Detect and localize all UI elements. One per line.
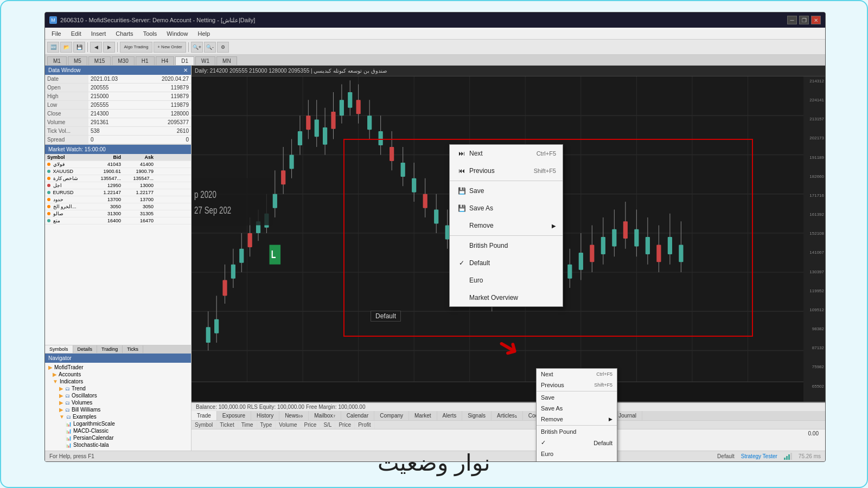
bottom-tab-alerts[interactable]: Alerts [437,411,463,420]
bottom-tab-company[interactable]: Company [374,411,409,420]
nav-mofit[interactable]: ▶MofidTrader [46,364,190,371]
tab-w1[interactable]: W1 [195,56,215,65]
tab-m1[interactable]: M1 [47,56,67,65]
bottom-tab-journal[interactable]: Journal [613,411,642,420]
ctx-sm-euro[interactable]: Euro [537,448,617,459]
tab-h1[interactable]: H1 [136,56,155,65]
menu-bar: File Edit Insert Charts Tools Window Hel… [45,28,825,40]
nav-bill-williams[interactable]: ▶🗂Bill Williams [46,406,190,413]
navigator-title: Navigator [48,355,72,361]
menu-charts[interactable]: Charts [111,29,137,38]
bottom-tab-exposure[interactable]: Exposure [217,411,251,420]
mw-tab-ticks[interactable]: Ticks [123,345,143,353]
ctx-sm-save-as[interactable]: Save As [537,403,617,414]
toolbar-fwd[interactable]: ▶ [103,42,115,53]
market-watch-row[interactable]: متع 16400 16470 [45,217,191,224]
strategy-tester-status[interactable]: Strategy Tester [741,453,777,459]
toolbar-neworder[interactable]: + New Order [154,42,186,53]
nav-volumes[interactable]: ▶🗂Volumes [46,399,190,406]
nav-stoch[interactable]: 📊Stochastic-tala [46,441,190,448]
market-watch-row[interactable]: اجل 12950 13000 [45,182,191,189]
menu-tools[interactable]: Tools [139,29,162,38]
restore-button[interactable]: ❐ [799,16,809,24]
toolbar-new[interactable]: 🆕 [47,42,59,53]
menu-window[interactable]: Window [162,29,192,38]
market-watch-row[interactable]: EURUSD 1.22147 1.22177 [45,189,191,196]
nav-persian-cal[interactable]: 📊PersianCalendar [46,434,190,441]
svg-rect-42 [298,131,302,145]
menu-insert[interactable]: Insert [87,29,111,38]
mw-tab-trading[interactable]: Trading [97,345,123,353]
ctx-market-overview[interactable]: Market Overview [450,289,563,306]
minimize-button[interactable]: ─ [787,16,797,24]
ctx-british-pound[interactable]: British Pound [450,237,563,254]
mw-tab-details[interactable]: Details [73,345,98,353]
nav-oscillators[interactable]: ▶🗂Oscillators [46,392,190,399]
navigator-tree: ▶MofidTrader ▶Accounts ▼Indicators ▶🗂Tre… [45,363,191,454]
timeframe-tabs: M1 M5 M15 M30 H1 H4 D1 W1 MN [45,55,825,66]
market-watch-row[interactable]: حدود 13700 13700 [45,196,191,203]
nav-trend[interactable]: ▶🗂Trend [46,385,190,392]
ctx-save[interactable]: 💾 Save [450,182,563,200]
tab-h4[interactable]: H4 [156,56,175,65]
context-menu-large: ⏭ Next Ctrl+F5 ⏮ Previous Shift+F5 💾 [449,144,563,307]
ctx-sm-default[interactable]: ✓ Default [537,437,617,448]
tab-m15[interactable]: M15 [88,56,111,65]
ctx-previous[interactable]: ⏮ Previous Shift+F5 [450,162,563,179]
ctx-save-as[interactable]: 💾 Save As [450,200,563,217]
bottom-tab-mailbox[interactable]: Mailbox₇ [309,411,341,420]
market-watch-row[interactable]: صالو 31300 31305 [45,210,191,217]
ctx-default[interactable]: ✓ Default [450,254,563,272]
ctx-sm-remove[interactable]: Remove ▶ [537,414,617,425]
market-watch-row[interactable]: شاخص كارة 135547... 135547... [45,175,191,182]
bottom-tab-calendar[interactable]: Calendar [341,411,375,420]
axis-val-7: 171716 [805,193,824,198]
svg-rect-22 [214,319,219,333]
mw-tab-symbols[interactable]: Symbols [45,345,73,353]
toolbar-algo[interactable]: Algo Trading [120,42,152,53]
toolbar-open[interactable]: 📂 [60,42,72,53]
nav-examples[interactable]: ▼🗂Examples [46,413,190,420]
bottom-tab-articles[interactable]: Articles₁ [492,411,523,420]
ctx-sm-previous[interactable]: Previous Shift+F5 [537,380,617,390]
ctx-sm-next-label: Next [541,371,553,377]
toolbar-save[interactable]: 💾 [73,42,85,53]
toolbar-props[interactable]: ⚙ [217,42,229,53]
toolbar-zoom-out[interactable]: 🔍- [204,42,216,53]
nav-indicators[interactable]: ▼Indicators [46,378,190,385]
market-watch-row[interactable]: فولاي 41043 41400 [45,161,191,168]
svg-rect-58 [367,115,372,130]
toolbar-back[interactable]: ◀ [90,42,102,53]
nav-macd[interactable]: 📊MACD-Classic [46,427,190,434]
ctx-sm-save[interactable]: Save [537,392,617,403]
ctx-sep-2 [450,235,563,236]
ctx-sm-next[interactable]: Next Ctrl+F5 [537,369,617,380]
market-watch-row[interactable]: XAUUSD 1900.61 1900.79 [45,168,191,175]
tab-m5[interactable]: M5 [68,56,87,65]
close-button[interactable]: ✕ [811,16,821,24]
menu-help[interactable]: Help [193,29,214,38]
ctx-remove[interactable]: Remove ▶ [450,217,563,234]
ctx-sm-market-overview[interactable]: Market Overview [537,459,617,461]
bth-sl: S/L [320,421,335,429]
menu-edit[interactable]: Edit [67,29,86,38]
ctx-euro[interactable]: Euro [450,272,563,289]
nav-accounts[interactable]: ▶Accounts [46,371,190,378]
data-window-close[interactable]: ✕ [183,67,188,73]
ctx-next[interactable]: ⏭ Next Ctrl+F5 [450,145,563,162]
bottom-tab-trade[interactable]: Trade [192,411,217,420]
ctx-save-label: Save [469,187,484,195]
tab-mn[interactable]: MN [216,56,237,65]
bottom-tab-market[interactable]: Market [409,411,437,420]
nav-logar[interactable]: 📊LogarithmicScale [46,420,190,427]
tab-m30[interactable]: M30 [112,56,134,65]
ctx-sm-british-pound[interactable]: British Pound [537,426,617,437]
bottom-tab-signals[interactable]: Signals [462,411,492,420]
toolbar-zoom-in[interactable]: 🔍+ [191,42,203,53]
bottom-tab-history[interactable]: History [251,411,279,420]
market-watch-row[interactable]: الخرو الخ... 3050 3050 [45,203,191,210]
tab-d1[interactable]: D1 [175,56,194,65]
menu-file[interactable]: File [47,29,66,38]
svg-rect-24 [222,280,227,296]
bottom-tab-news[interactable]: News₅₉ [279,411,309,420]
